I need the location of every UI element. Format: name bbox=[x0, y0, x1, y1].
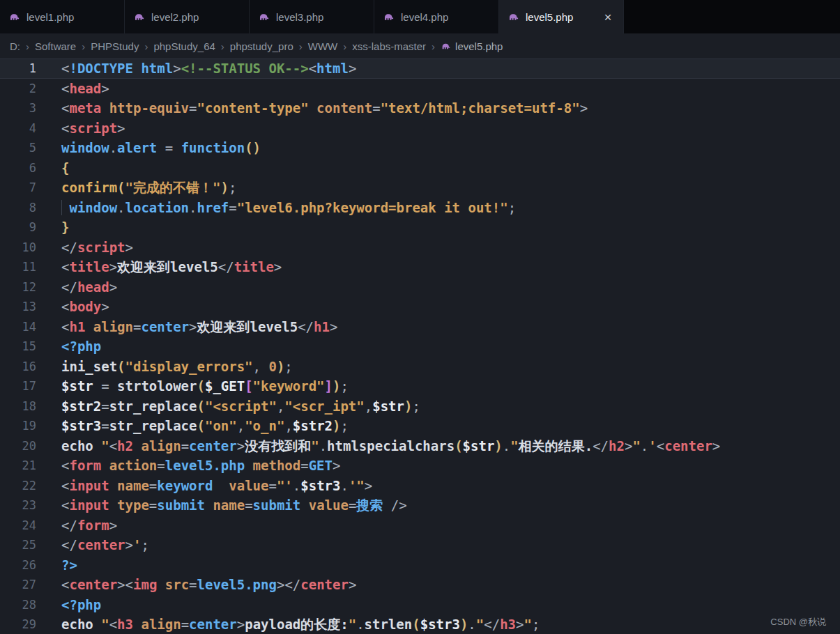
code-line[interactable]: 7confirm("完成的不错！"); bbox=[0, 178, 840, 198]
line-number[interactable]: 11 bbox=[0, 257, 36, 277]
code-line[interactable]: 10</script> bbox=[0, 238, 840, 258]
line-number[interactable]: 25 bbox=[0, 535, 36, 555]
code-line[interactable]: 20echo "<h2 align=center>没有找到和".htmlspec… bbox=[0, 436, 840, 456]
line-number[interactable]: 22 bbox=[0, 476, 36, 496]
code-token: . bbox=[109, 140, 117, 155]
code-token: > bbox=[117, 577, 125, 592]
breadcrumb-item[interactable]: phpstudy_pro bbox=[230, 40, 293, 52]
code-token: "level6.php?keyword=break it out!" bbox=[237, 200, 508, 215]
line-number[interactable]: 19 bbox=[0, 416, 36, 436]
code-line[interactable]: 13<body> bbox=[0, 297, 840, 317]
code-line[interactable]: 5window.alert = function() bbox=[0, 138, 840, 158]
code-token: head bbox=[69, 81, 101, 96]
tab-level5.php[interactable]: level5.php× bbox=[499, 0, 624, 33]
code-token: form bbox=[77, 518, 109, 533]
code-line[interactable]: 6{ bbox=[0, 158, 840, 178]
line-number[interactable]: 12 bbox=[0, 277, 36, 297]
line-content: <body> bbox=[36, 297, 840, 317]
code-token: $str3 bbox=[420, 617, 460, 632]
code-line[interactable]: 21<form action=level5.php method=GET> bbox=[0, 456, 840, 476]
code-token: " bbox=[476, 617, 484, 632]
tab-level2.php[interactable]: level2.php bbox=[125, 0, 250, 33]
code-line[interactable]: 18$str2=str_replace("<script","<scr_ipt"… bbox=[0, 396, 840, 417]
line-number[interactable]: 27 bbox=[0, 575, 36, 595]
line-number[interactable]: 6 bbox=[0, 158, 36, 178]
code-line[interactable]: 23<input type=submit name=submit value=搜… bbox=[0, 495, 840, 516]
line-number[interactable]: 14 bbox=[0, 317, 36, 337]
code-line[interactable]: 16ini_set("display_errors", 0); bbox=[0, 357, 840, 377]
line-content: { bbox=[36, 158, 840, 178]
tab-level4.php[interactable]: level4.php bbox=[374, 0, 499, 33]
line-number[interactable]: 9 bbox=[0, 217, 36, 238]
line-number[interactable]: 8 bbox=[0, 198, 36, 218]
code-line[interactable]: 2<head> bbox=[0, 79, 840, 99]
line-number[interactable]: 26 bbox=[0, 555, 36, 575]
code-token: center bbox=[300, 577, 349, 592]
php-file-icon bbox=[507, 11, 519, 23]
line-number[interactable]: 10 bbox=[0, 238, 36, 258]
code-token: ) bbox=[333, 378, 340, 394]
code-token: "keyword" bbox=[253, 378, 325, 394]
code-line[interactable]: 1<!DOCTYPE html><!--STATUS OK--><html> bbox=[0, 59, 840, 79]
code-line[interactable]: 17$str = strtolower($_GET["keyword"]); bbox=[0, 376, 840, 396]
code-token: , bbox=[237, 418, 245, 433]
line-content: <?php bbox=[36, 337, 840, 357]
code-token: html bbox=[316, 61, 349, 76]
tab-level1.php[interactable]: level1.php bbox=[0, 0, 125, 33]
code-line[interactable]: 27<center><img src=level5.png></center> bbox=[0, 575, 840, 595]
code-token: ; bbox=[412, 399, 420, 414]
line-number[interactable]: 16 bbox=[0, 357, 36, 377]
code-line[interactable]: 19$str3=str_replace("on","o_n",$str2); bbox=[0, 416, 840, 436]
breadcrumb-item[interactable]: D: bbox=[10, 40, 20, 52]
line-number[interactable]: 29 bbox=[0, 614, 36, 634]
line-number[interactable]: 2 bbox=[0, 79, 36, 99]
line-number[interactable]: 21 bbox=[0, 456, 36, 476]
line-number[interactable]: 7 bbox=[0, 178, 36, 198]
code-token: h3 bbox=[117, 617, 133, 632]
code-token: = bbox=[245, 497, 252, 513]
code-line[interactable]: 26?> bbox=[0, 555, 840, 575]
tab-close-icon[interactable]: × bbox=[601, 10, 615, 24]
code-line[interactable]: 22<input name=keyword value="'.$str3.'"> bbox=[0, 476, 840, 496]
code-line[interactable]: 4<script> bbox=[0, 118, 840, 139]
line-number[interactable]: 23 bbox=[0, 495, 36, 516]
code-token: 欢迎来到level5 bbox=[117, 259, 218, 275]
code-token: "<scr_ipt" bbox=[284, 399, 364, 414]
code-token: <?php bbox=[61, 339, 101, 354]
code-line[interactable]: 29echo "<h3 align=center>payload的长度:".st… bbox=[0, 614, 840, 634]
code-token: '" bbox=[349, 478, 365, 493]
line-number[interactable]: 1 bbox=[0, 59, 36, 79]
code-line[interactable]: 28<?php bbox=[0, 595, 840, 615]
line-number[interactable]: 18 bbox=[0, 396, 36, 417]
code-token: < bbox=[61, 61, 69, 76]
code-line[interactable]: 25</center>'; bbox=[0, 535, 840, 555]
breadcrumb-item[interactable]: Software bbox=[35, 40, 76, 52]
code-token: str_replace bbox=[109, 418, 197, 433]
breadcrumb-item[interactable]: PHPStudy bbox=[91, 40, 139, 52]
line-number[interactable]: 24 bbox=[0, 516, 36, 536]
breadcrumb-item[interactable]: WWW bbox=[308, 40, 337, 52]
code-line[interactable]: 9} bbox=[0, 217, 840, 238]
line-number[interactable]: 3 bbox=[0, 98, 36, 118]
breadcrumb-item[interactable]: xss-labs-master bbox=[352, 40, 426, 52]
code-token: name bbox=[205, 497, 245, 513]
code-token: </ bbox=[484, 617, 500, 632]
code-line[interactable]: 14<h1 align=center>欢迎来到level5</h1> bbox=[0, 317, 840, 337]
line-number[interactable]: 20 bbox=[0, 436, 36, 456]
line-number[interactable]: 13 bbox=[0, 297, 36, 317]
breadcrumb-item[interactable]: phpStudy_64 bbox=[153, 40, 215, 52]
line-number[interactable]: 15 bbox=[0, 337, 36, 357]
code-token: submit bbox=[253, 497, 301, 513]
line-number[interactable]: 4 bbox=[0, 118, 36, 139]
line-number[interactable]: 5 bbox=[0, 138, 36, 158]
line-number[interactable]: 17 bbox=[0, 376, 36, 396]
breadcrumb-file[interactable]: level5.php bbox=[455, 40, 503, 52]
line-number[interactable]: 28 bbox=[0, 595, 36, 615]
tab-level3.php[interactable]: level3.php bbox=[250, 0, 374, 33]
code-line[interactable]: 24</form> bbox=[0, 516, 840, 536]
code-line[interactable]: 15<?php bbox=[0, 337, 840, 357]
code-line[interactable]: 8 window.location.href="level6.php?keywo… bbox=[0, 198, 840, 218]
code-line[interactable]: 11<title>欢迎来到level5</title> bbox=[0, 257, 840, 277]
code-line[interactable]: 12</head> bbox=[0, 277, 840, 297]
code-line[interactable]: 3<meta http-equiv="content-type" content… bbox=[0, 98, 840, 118]
